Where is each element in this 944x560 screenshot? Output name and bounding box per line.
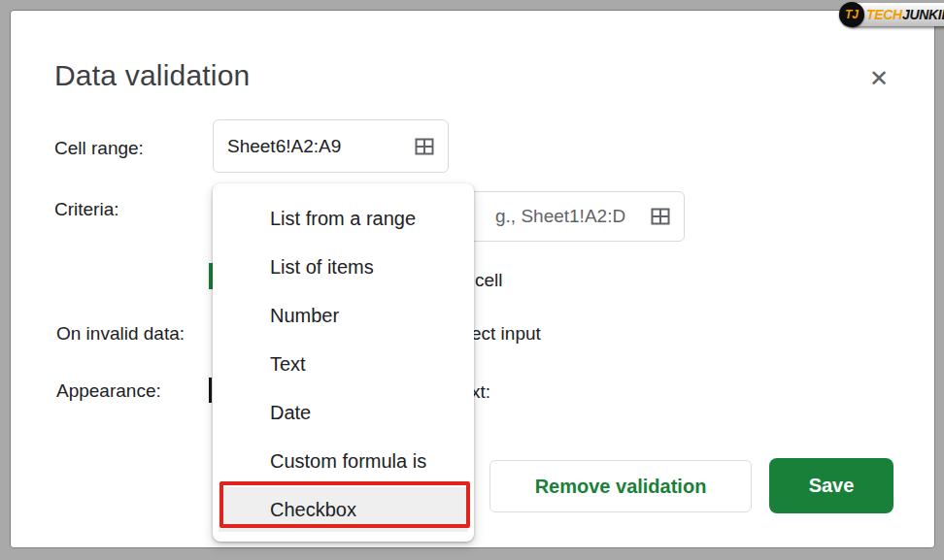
remove-validation-label: Remove validation: [535, 476, 707, 498]
techjunkie-word-tech: TECH: [866, 7, 902, 22]
remove-validation-button[interactable]: Remove validation: [489, 460, 752, 512]
screenshot-frame: Data validation ✕ Cell range: Sheet6!A2:…: [0, 0, 944, 560]
appearance-checkbox-edge[interactable]: [209, 378, 212, 403]
criteria-dropdown-menu: List from a range List of items Number T…: [213, 183, 474, 542]
menu-item-text[interactable]: Text: [213, 340, 474, 388]
close-icon: ✕: [869, 65, 889, 92]
appearance-label: Appearance:: [56, 380, 161, 402]
cell-range-input[interactable]: Sheet6!A2:A9: [213, 119, 449, 173]
select-range-grid-icon[interactable]: [412, 135, 437, 158]
menu-item-list-from-a-range[interactable]: List from a range: [213, 194, 474, 243]
save-label: Save: [809, 475, 855, 497]
save-button[interactable]: Save: [769, 458, 893, 513]
techjunkie-word-junkie: JUNKIE: [902, 7, 944, 22]
menu-item-list-of-items[interactable]: List of items: [213, 243, 474, 291]
on-invalid-data-label: On invalid data:: [56, 323, 185, 345]
cell-range-label: Cell range:: [54, 138, 144, 159]
menu-item-number[interactable]: Number: [213, 291, 474, 340]
menu-item-custom-formula-is[interactable]: Custom formula is: [213, 437, 474, 485]
techjunkie-logo-icon: TJ: [839, 2, 864, 27]
criteria-label: Criteria:: [54, 199, 119, 220]
show-dropdown-in-cell-label-fragment: cell: [475, 270, 503, 291]
close-button[interactable]: ✕: [863, 63, 894, 94]
menu-item-checkbox[interactable]: Checkbox: [219, 487, 468, 532]
cell-range-value: Sheet6!A2:A9: [227, 136, 341, 157]
criteria-select-range-grid-icon[interactable]: [648, 205, 673, 228]
techjunkie-wordmark: TECHJUNKIE: [851, 3, 944, 26]
menu-item-date[interactable]: Date: [213, 388, 474, 437]
criteria-range-placeholder: g., Sheet1!A2:D: [495, 206, 625, 227]
page-title: Data validation: [54, 59, 250, 92]
techjunkie-watermark: TJ TECHJUNKIE: [839, 2, 944, 27]
reject-input-label-fragment: ect input: [471, 323, 541, 345]
help-text-label-fragment: xt:: [471, 381, 490, 403]
data-validation-dialog: Data validation ✕ Cell range: Sheet6!A2:…: [10, 10, 935, 548]
techjunkie-initials: TJ: [845, 8, 859, 21]
